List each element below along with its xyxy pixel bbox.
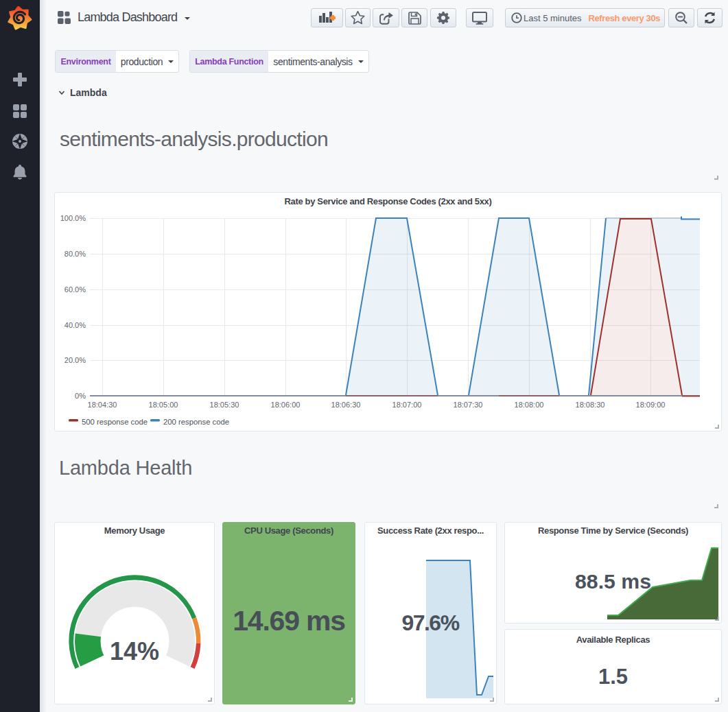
- svg-text:100.0%: 100.0%: [60, 214, 86, 222]
- svg-text:18:09:00: 18:09:00: [636, 401, 666, 409]
- svg-text:60.0%: 60.0%: [64, 285, 86, 294]
- svg-text:200 response code: 200 response code: [163, 418, 229, 426]
- svg-text:18:06:30: 18:06:30: [331, 401, 361, 409]
- svg-text:18:08:00: 18:08:00: [515, 401, 544, 409]
- svg-text:88.5 ms: 88.5 ms: [575, 570, 651, 593]
- svg-text:14%: 14%: [110, 637, 159, 665]
- svg-text:18:05:30: 18:05:30: [210, 401, 239, 409]
- svg-text:18:07:00: 18:07:00: [392, 401, 422, 409]
- svg-text:18:07:30: 18:07:30: [454, 401, 483, 409]
- svg-text:80.0%: 80.0%: [64, 250, 86, 258]
- svg-text:20.0%: 20.0%: [64, 356, 86, 364]
- svg-text:18:05:00: 18:05:00: [149, 401, 178, 409]
- svg-text:97.6%: 97.6%: [401, 610, 459, 635]
- svg-text:0%: 0%: [75, 392, 86, 400]
- svg-text:18:04:30: 18:04:30: [88, 401, 117, 409]
- svg-text:500 response code: 500 response code: [82, 418, 148, 426]
- svg-text:18:06:00: 18:06:00: [271, 401, 301, 409]
- svg-text:40.0%: 40.0%: [64, 321, 86, 329]
- svg-text:18:08:30: 18:08:30: [576, 401, 605, 409]
